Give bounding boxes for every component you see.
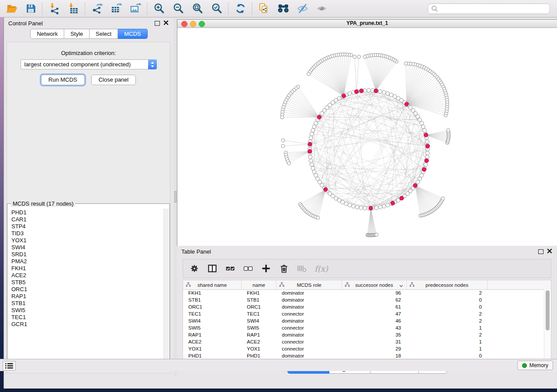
close-window-icon[interactable] <box>181 21 187 27</box>
network-node[interactable] <box>363 55 367 58</box>
table-cell[interactable]: 2 <box>407 289 488 296</box>
table-row[interactable]: SWI4SWI4dominator462 <box>183 317 544 324</box>
table-cell[interactable]: dominator <box>277 317 342 324</box>
hide-selected-icon[interactable] <box>295 2 309 16</box>
network-node[interactable] <box>382 204 386 208</box>
mcds-list-item[interactable]: ORC1 <box>11 286 170 293</box>
table-cell[interactable]: connector <box>277 324 342 331</box>
add-column-icon[interactable] <box>261 263 271 274</box>
export-network-icon[interactable] <box>90 2 104 16</box>
network-node[interactable] <box>314 121 318 125</box>
dominator-node[interactable] <box>308 142 312 146</box>
table-row[interactable]: ACE2ACE2connector311 <box>183 338 544 345</box>
network-node[interactable] <box>386 92 390 96</box>
network-canvas[interactable] <box>177 28 557 246</box>
table-cell[interactable]: dominator <box>277 303 342 310</box>
search-binoculars-icon[interactable] <box>276 2 290 16</box>
table-cell[interactable]: 1 <box>407 324 488 331</box>
table-cell[interactable]: TEC1 <box>183 310 242 317</box>
dominator-node[interactable] <box>360 89 363 93</box>
network-node[interactable] <box>287 162 291 165</box>
network-node[interactable] <box>348 203 352 207</box>
zoom-in-icon[interactable] <box>152 2 166 16</box>
dominator-node[interactable] <box>324 187 328 191</box>
network-node[interactable] <box>426 151 429 155</box>
table-cell[interactable]: dominator <box>277 331 342 338</box>
mcds-list-item[interactable]: TEC1 <box>11 314 170 321</box>
dominator-node[interactable] <box>425 158 429 162</box>
table-cell[interactable]: 29 <box>342 345 407 352</box>
open-file-icon[interactable] <box>4 2 18 16</box>
network-node[interactable] <box>341 200 345 204</box>
table-cell[interactable]: connector <box>277 338 342 345</box>
clone-network-icon[interactable] <box>257 2 271 16</box>
table-cell[interactable]: 2 <box>407 317 488 324</box>
tab-network[interactable]: Network <box>30 29 64 39</box>
network-node[interactable] <box>312 170 316 174</box>
mcds-list-item[interactable]: SRD1 <box>11 251 170 258</box>
mcds-list-item[interactable]: FKH1 <box>11 265 170 272</box>
table-cell[interactable]: RAP1 <box>183 331 242 338</box>
float-table-panel-icon[interactable] <box>538 249 543 254</box>
table-row[interactable]: YOX1YOX1connector291 <box>183 345 544 352</box>
network-node[interactable] <box>310 163 314 167</box>
column-header-predecessor-nodes[interactable]: predecessor nodes <box>407 280 488 289</box>
table-cell[interactable]: 2 <box>407 331 488 338</box>
table-row[interactable]: FKH1FKH1dominator962 <box>183 289 544 296</box>
network-node[interactable] <box>393 95 397 99</box>
run-mcds-button[interactable]: Run MCDS <box>41 75 85 85</box>
network-node[interactable] <box>375 233 378 237</box>
search-input[interactable] <box>438 4 550 13</box>
network-node[interactable] <box>421 125 425 129</box>
table-cell[interactable]: PHD1 <box>183 352 242 359</box>
mcds-list-item[interactable]: YOX1 <box>11 237 170 244</box>
network-node[interactable] <box>422 128 426 132</box>
network-node[interactable] <box>348 92 352 96</box>
mcds-list-item[interactable]: RAP1 <box>11 293 170 300</box>
vertical-splitter[interactable] <box>174 17 177 376</box>
mcds-list-item[interactable]: PHD1 <box>11 209 170 216</box>
dominator-node[interactable] <box>391 201 394 205</box>
close-panel-icon[interactable] <box>163 20 169 25</box>
table-cell[interactable]: connector <box>277 310 342 317</box>
dominator-node[interactable] <box>369 206 373 210</box>
mcds-list-item[interactable]: STB1 <box>11 300 170 307</box>
import-network-icon[interactable] <box>47 2 61 16</box>
dominator-node[interactable] <box>424 133 428 137</box>
network-node[interactable] <box>308 155 312 159</box>
network-node[interactable] <box>389 93 393 97</box>
dominator-node[interactable] <box>308 149 311 153</box>
network-node[interactable] <box>281 144 285 148</box>
network-node[interactable] <box>425 140 429 144</box>
network-node[interactable] <box>374 206 378 210</box>
network-node[interactable] <box>386 203 390 207</box>
tab-select[interactable]: Select <box>90 29 118 39</box>
column-header-MCDS-role[interactable]: MCDS role <box>277 280 342 289</box>
table-cell[interactable]: 1 <box>407 345 488 352</box>
table-cell[interactable]: 43 <box>342 324 407 331</box>
table-row[interactable]: STB1STB1dominator620 <box>183 296 544 303</box>
dominator-node[interactable] <box>354 89 358 93</box>
network-node[interactable] <box>367 89 371 93</box>
table-cell[interactable]: 0 <box>407 352 488 359</box>
network-node[interactable] <box>281 139 285 142</box>
table-cell[interactable]: SWI5 <box>183 324 242 331</box>
table-cell[interactable]: 1 <box>407 338 488 345</box>
maximize-window-icon[interactable] <box>199 21 205 27</box>
network-node[interactable] <box>311 128 315 132</box>
network-node[interactable] <box>359 206 363 210</box>
table-cell[interactable]: 0 <box>407 296 488 303</box>
column-header-shared-name[interactable]: shared name <box>183 280 242 289</box>
network-node[interactable] <box>316 216 320 220</box>
table-cell[interactable]: 61 <box>342 303 407 310</box>
import-table-icon[interactable] <box>66 2 80 16</box>
table-cell[interactable]: 2 <box>407 310 488 317</box>
network-node[interactable] <box>424 163 428 167</box>
table-cell[interactable]: YOX1 <box>242 345 277 352</box>
search-field[interactable] <box>428 3 550 14</box>
save-session-icon[interactable] <box>24 2 38 16</box>
network-node[interactable] <box>352 204 356 208</box>
table-cell[interactable]: 31 <box>342 338 407 345</box>
table-cell[interactable]: ACE2 <box>242 338 277 345</box>
dominator-node[interactable] <box>342 94 346 98</box>
